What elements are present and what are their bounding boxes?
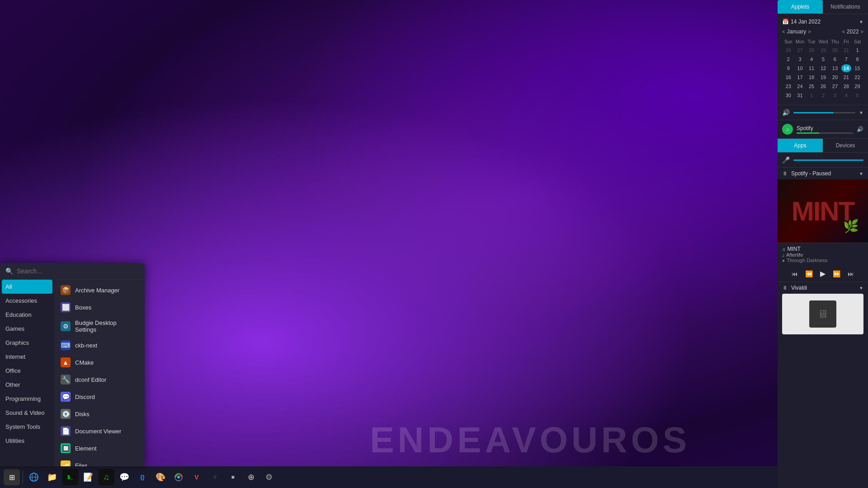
cal-day[interactable]: 4 bbox=[806, 55, 816, 63]
sidebar-item-all[interactable]: All bbox=[2, 280, 52, 294]
cal-day-today[interactable]: 14 bbox=[841, 64, 851, 72]
cal-day[interactable]: 28 bbox=[806, 46, 816, 54]
cal-day[interactable]: 31 bbox=[795, 91, 806, 99]
cal-day[interactable]: 3 bbox=[830, 91, 840, 99]
app-list-item[interactable]: 📦 Archive Manager bbox=[54, 282, 145, 299]
taskbar-icon-chromium[interactable] bbox=[170, 469, 187, 485]
cal-day[interactable]: 15 bbox=[852, 64, 863, 72]
cal-day[interactable]: 11 bbox=[806, 64, 816, 72]
taskbar-icon-gimp[interactable]: 🎨 bbox=[152, 469, 169, 485]
taskbar-icon-settings[interactable]: ⚙ bbox=[261, 469, 277, 485]
tab-applets[interactable]: Applets bbox=[778, 0, 823, 14]
tab-devices[interactable]: Devices bbox=[823, 139, 868, 152]
tab-notifications[interactable]: Notifications bbox=[823, 0, 868, 14]
sidebar-item-system-tools[interactable]: System Tools bbox=[0, 420, 54, 434]
sidebar-item-office[interactable]: Office bbox=[0, 364, 54, 378]
app-list-item[interactable]: 💬 Discord bbox=[54, 388, 145, 405]
app-list-item[interactable]: ▲ CMake bbox=[54, 354, 145, 371]
cal-day[interactable]: 16 bbox=[783, 73, 794, 81]
cal-day[interactable]: 4 bbox=[841, 91, 851, 99]
play-pause-btn[interactable]: ▶ bbox=[820, 269, 826, 278]
tab-apps[interactable]: Apps bbox=[778, 139, 823, 152]
cal-day[interactable]: 17 bbox=[795, 73, 806, 81]
volume-dropdown-btn[interactable]: ▼ bbox=[859, 110, 863, 115]
taskbar-app-menu-btn[interactable]: ⊞ bbox=[4, 469, 20, 485]
app-menu-search-input[interactable] bbox=[17, 267, 139, 275]
sidebar-item-accessories[interactable]: Accessories bbox=[0, 294, 54, 308]
cal-day[interactable]: 2 bbox=[783, 55, 794, 63]
cal-day[interactable]: 23 bbox=[783, 82, 794, 90]
prev-year-btn[interactable]: < bbox=[842, 29, 844, 34]
cal-day[interactable]: 27 bbox=[830, 82, 840, 90]
app-list-item[interactable]: 📄 Document Viewer bbox=[54, 422, 145, 440]
cal-day[interactable]: 29 bbox=[818, 46, 829, 54]
taskbar-icon-vivaldi[interactable]: V bbox=[189, 469, 205, 485]
cal-day[interactable]: 26 bbox=[818, 82, 829, 90]
taskbar-icon-vscode[interactable]: {} bbox=[134, 469, 151, 485]
cal-day[interactable]: 19 bbox=[818, 73, 829, 81]
sidebar-item-education[interactable]: Education bbox=[0, 308, 54, 322]
next-year-btn[interactable]: > bbox=[861, 29, 863, 34]
cal-day[interactable]: 8 bbox=[852, 55, 863, 63]
taskbar-icon-misc1[interactable]: ■ bbox=[225, 469, 241, 485]
prev-month-btn[interactable]: < bbox=[782, 29, 785, 34]
cal-day[interactable]: 26 bbox=[783, 46, 794, 54]
taskbar-icon-files[interactable]: 📁 bbox=[44, 469, 60, 485]
vivaldi-expand-btn[interactable]: ▼ bbox=[859, 286, 863, 291]
cal-day[interactable]: 5 bbox=[852, 91, 863, 99]
cal-day[interactable]: 30 bbox=[783, 91, 794, 99]
spotify-expand-btn[interactable]: ▼ bbox=[859, 171, 863, 176]
cal-day[interactable]: 29 bbox=[852, 82, 863, 90]
cal-day[interactable]: 22 bbox=[852, 73, 863, 81]
next-month-btn[interactable]: > bbox=[808, 29, 811, 34]
cal-day[interactable]: 25 bbox=[806, 82, 816, 90]
mic-slider[interactable] bbox=[793, 160, 863, 161]
app-list-item[interactable]: 🔧 dconf Editor bbox=[54, 371, 145, 388]
cal-day[interactable]: 5 bbox=[818, 55, 829, 63]
app-list-item[interactable]: ⬜ Boxes bbox=[54, 299, 145, 316]
taskbar-icon-discord[interactable]: 💬 bbox=[116, 469, 132, 485]
cal-day[interactable]: 20 bbox=[830, 73, 840, 81]
sidebar-item-programming[interactable]: Programming bbox=[0, 392, 54, 406]
sidebar-item-internet[interactable]: Internet bbox=[0, 350, 54, 364]
taskbar-icon-spotify[interactable]: ♫ bbox=[98, 469, 114, 485]
cal-day[interactable]: 13 bbox=[830, 64, 840, 72]
cal-day[interactable]: 6 bbox=[830, 55, 840, 63]
cal-day[interactable]: 1 bbox=[806, 91, 816, 99]
cal-day[interactable]: 24 bbox=[795, 82, 806, 90]
volume-slider[interactable] bbox=[793, 112, 855, 113]
sidebar-item-other[interactable]: Other bbox=[0, 378, 54, 392]
sidebar-item-utilities[interactable]: Utilities bbox=[0, 434, 54, 448]
app-list-item[interactable]: ⌨ ckb-next bbox=[54, 337, 145, 354]
taskbar-icon-terminal[interactable]: $_ bbox=[62, 469, 78, 485]
taskbar-icon-git[interactable]: ⑂ bbox=[207, 469, 223, 485]
cal-day[interactable]: 28 bbox=[841, 82, 851, 90]
cal-day[interactable]: 12 bbox=[818, 64, 829, 72]
sidebar-item-games[interactable]: Games bbox=[0, 322, 54, 336]
app-list-item[interactable]: 💽 Disks bbox=[54, 405, 145, 422]
cal-day[interactable]: 7 bbox=[841, 55, 851, 63]
calendar-chevron[interactable]: ▼ bbox=[859, 19, 863, 24]
sidebar-item-sound-video[interactable]: Sound & Video bbox=[0, 406, 54, 420]
prev-btn[interactable]: ⏪ bbox=[805, 270, 813, 277]
next-btn[interactable]: ⏩ bbox=[833, 270, 840, 277]
taskbar-icon-browser[interactable] bbox=[26, 469, 42, 485]
cal-day[interactable]: 21 bbox=[841, 73, 851, 81]
app-list-item[interactable]: ⚙ Budgie Desktop Settings bbox=[54, 316, 145, 337]
cal-day[interactable]: 9 bbox=[783, 64, 794, 72]
cal-day[interactable]: 30 bbox=[830, 46, 840, 54]
cal-day[interactable]: 31 bbox=[841, 46, 851, 54]
app-list-item[interactable]: 🔲 Element bbox=[54, 440, 145, 457]
cal-day[interactable]: 10 bbox=[795, 64, 806, 72]
next-next-btn[interactable]: ⏭ bbox=[848, 270, 854, 277]
prev-prev-btn[interactable]: ⏮ bbox=[792, 270, 798, 277]
cal-day[interactable]: 18 bbox=[806, 73, 816, 81]
taskbar-icon-texteditor[interactable]: 📝 bbox=[80, 469, 96, 485]
cal-day[interactable]: 27 bbox=[795, 46, 806, 54]
spotify-vol-slider[interactable] bbox=[797, 132, 853, 134]
cal-day[interactable]: 1 bbox=[852, 46, 863, 54]
sidebar-item-graphics[interactable]: Graphics bbox=[0, 336, 54, 350]
cal-day[interactable]: 3 bbox=[795, 55, 806, 63]
app-list-item[interactable]: 📁 Files bbox=[54, 457, 145, 466]
cal-day[interactable]: 2 bbox=[818, 91, 829, 99]
